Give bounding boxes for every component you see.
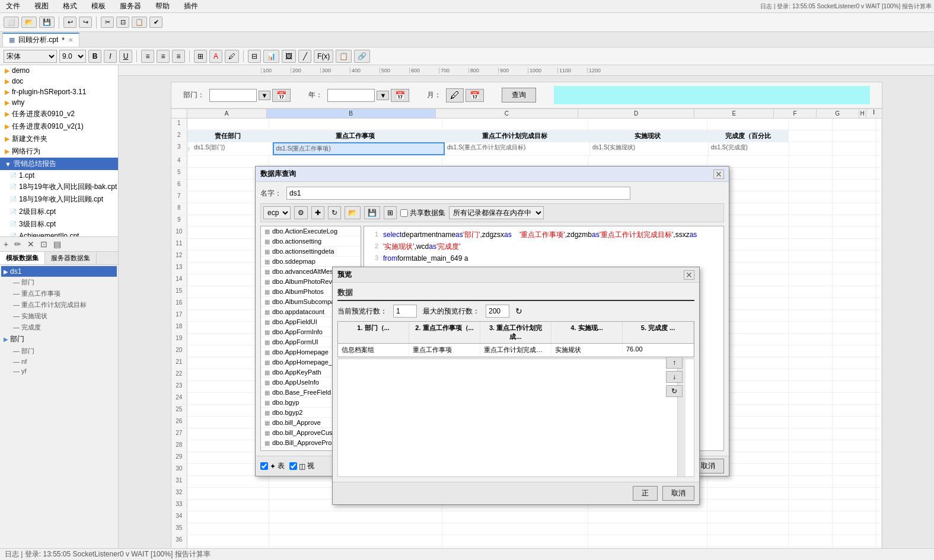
cell-g11[interactable] [833,239,876,250]
cell-e34[interactable] [707,511,789,523]
cell-h18[interactable] [876,322,882,333]
ds-field-status[interactable]: — 实施现状 [1,311,117,322]
preview-dialog-title-bar[interactable]: 预览 ✕ [333,267,699,283]
cell-c35[interactable] [442,523,588,535]
cell-f9[interactable] [789,215,833,226]
cell-g24[interactable] [833,393,876,404]
db-dialog-title-bar[interactable]: 数据库查询 ✕ [256,167,729,182]
cell-g26[interactable] [833,417,876,428]
hyper-button[interactable]: 🔗 [354,50,370,63]
cell-g37[interactable] [833,547,876,548]
sidebar-item-demo[interactable]: ▶ demo [0,65,118,76]
cell-d35[interactable] [588,523,707,535]
cell-h2[interactable] [876,130,882,142]
move-dataset-btn[interactable]: ▤ [52,239,63,249]
cell-g27[interactable] [833,428,876,440]
sidebar-item-why[interactable]: ▶ why [0,97,118,108]
cell-g20[interactable] [833,345,876,357]
cell-g31[interactable] [833,476,876,487]
cell-e2[interactable]: 完成度（百分比 [707,130,789,142]
cell-f27[interactable] [789,428,833,440]
cell-g10[interactable] [833,227,876,238]
cell-g3[interactable] [833,142,876,155]
cell-g1[interactable] [833,119,876,130]
cell-h37[interactable] [876,547,882,548]
image-button[interactable]: 🖼 [282,50,296,63]
dept-picker-btn[interactable]: 📅 [272,89,291,102]
month-edit-btn[interactable]: 🖊 [446,88,464,103]
preview-reload-btn[interactable]: ↻ [666,385,683,397]
copy-button[interactable]: ⊡ [116,17,129,28]
cell-g19[interactable] [833,334,876,345]
dept-input[interactable] [209,89,257,102]
cell-c37[interactable] [442,547,588,548]
menu-item-help[interactable]: 帮助 [152,0,173,12]
cell-h3[interactable] [876,142,882,155]
preview-dialog-close-btn[interactable]: ✕ [684,270,694,280]
bold-button[interactable]: B [88,50,101,63]
cell-g22[interactable] [833,369,876,380]
preview-ok-btn[interactable]: 正 [633,486,658,501]
cell-c3[interactable]: ds1.S(重点工作计划完成目标) [445,142,590,155]
cut-button[interactable]: ✂ [101,17,114,28]
table-list-item[interactable]: ▦dbo.sddepmap [261,257,361,267]
month-picker-btn[interactable]: 📅 [466,89,484,102]
cell-h27[interactable] [876,428,882,440]
cell-a1[interactable] [187,119,269,130]
preview-refresh-btn[interactable]: ↻ [515,306,522,316]
cell-b35[interactable] [269,523,442,535]
undo-button[interactable]: ↩ [63,17,76,28]
menu-item-plugin[interactable]: 插件 [180,0,202,12]
sidebar-item-new-folder[interactable]: ▶ 新建文件夹 [0,133,118,145]
cell-c34[interactable] [442,511,588,523]
add-dataset-btn[interactable]: + [2,239,10,249]
cell-g30[interactable] [833,464,876,475]
cell-g32[interactable] [833,488,876,499]
table-list-item[interactable]: ▦dbo.actionsettingdeta [261,247,361,257]
cell-h24[interactable] [876,393,882,404]
cell-g15[interactable] [833,286,876,297]
cell-f4[interactable] [789,156,833,167]
cell-f31[interactable] [789,476,833,487]
color-button[interactable]: A [209,50,222,63]
preview-up-btn[interactable]: ↑ [666,357,683,369]
delete-dataset-btn[interactable]: ✕ [25,239,36,249]
cell-f17[interactable] [789,310,833,321]
underline-button[interactable]: U [119,50,132,63]
db-tool-btn-fullscreen[interactable]: ⊞ [384,206,397,219]
cell-h22[interactable] [876,369,882,380]
cell-h17[interactable] [876,310,882,321]
cell-g14[interactable] [833,274,876,286]
cell-f10[interactable] [789,227,833,238]
cell-f13[interactable] [789,263,833,274]
cell-d37[interactable] [588,547,707,548]
cell-f33[interactable] [789,500,833,511]
cell-a3[interactable]: ds1.S(部门) [192,142,272,155]
year-picker-btn[interactable]: 📅 [391,89,409,102]
cell-h13[interactable] [876,263,882,274]
cell-f6[interactable] [789,180,833,191]
cell-b1[interactable] [269,119,442,130]
cell-h31[interactable] [876,476,882,487]
cell-h20[interactable] [876,345,882,357]
cell-g18[interactable] [833,322,876,333]
cell-f28[interactable] [789,440,833,452]
cell-g9[interactable] [833,215,876,226]
cell-f35[interactable] [789,523,833,535]
sidebar-item-file4[interactable]: 📄 2级目标.cpt [0,206,118,218]
redo-button[interactable]: ↪ [79,17,92,28]
align-left-button[interactable]: ≡ [141,50,154,63]
col-b-header[interactable]: B [267,109,436,118]
cell-f22[interactable] [789,369,833,380]
paste-button[interactable]: 📋 [132,17,147,28]
cell-h6[interactable] [876,180,882,191]
cell-h16[interactable] [876,298,882,309]
cell-f14[interactable] [789,274,833,286]
db-tool-btn-save[interactable]: 💾 [364,206,380,219]
db-dialog-close-btn[interactable]: ✕ [713,169,724,179]
cell-f11[interactable] [789,239,833,250]
cell-g6[interactable] [833,180,876,191]
cell-g17[interactable] [833,310,876,321]
sidebar-item-file1[interactable]: 📄 1.cpt [0,170,118,181]
tab-template-dataset[interactable]: 模板数据集 [0,252,45,264]
